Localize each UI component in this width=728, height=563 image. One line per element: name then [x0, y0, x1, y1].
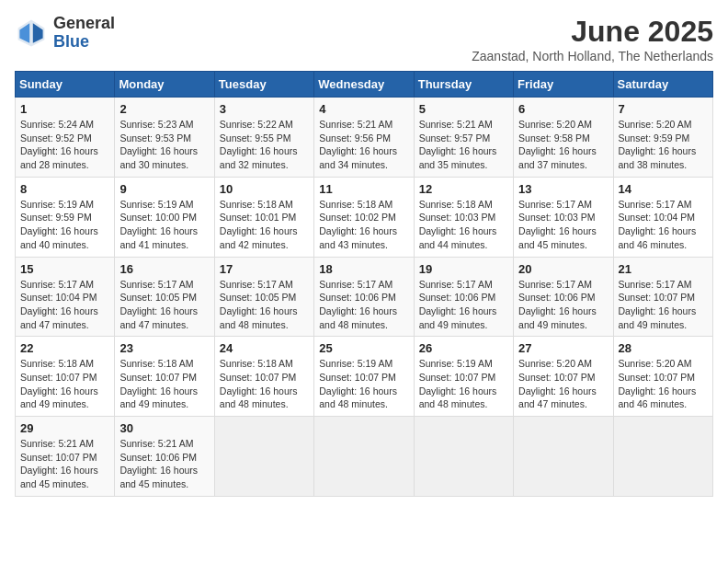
header-monday: Monday	[115, 72, 214, 98]
logo-general: General	[53, 14, 115, 32]
day-number: 11	[319, 182, 408, 196]
logo-icon	[15, 17, 48, 50]
table-row: 13Sunrise: 5:17 AMSunset: 10:03 PMDaylig…	[514, 177, 613, 257]
table-row: 1Sunrise: 5:24 AMSunset: 9:52 PMDaylight…	[16, 98, 115, 178]
day-detail: Sunrise: 5:20 AMSunset: 10:07 PMDaylight…	[518, 357, 608, 411]
day-detail: Sunrise: 5:18 AMSunset: 10:07 PMDaylight…	[20, 357, 109, 411]
calendar-week-row: 8Sunrise: 5:19 AMSunset: 9:59 PMDaylight…	[16, 177, 713, 257]
table-row: 24Sunrise: 5:18 AMSunset: 10:07 PMDaylig…	[214, 337, 313, 417]
day-detail: Sunrise: 5:18 AMSunset: 10:03 PMDaylight…	[419, 198, 508, 252]
table-row: 11Sunrise: 5:18 AMSunset: 10:02 PMDaylig…	[314, 177, 414, 257]
table-row: 4Sunrise: 5:21 AMSunset: 9:56 PMDaylight…	[314, 98, 414, 178]
day-number: 22	[20, 341, 109, 355]
logo: General Blue	[15, 15, 115, 52]
table-row: 29Sunrise: 5:21 AMSunset: 10:07 PMDaylig…	[16, 417, 115, 497]
table-row: 18Sunrise: 5:17 AMSunset: 10:06 PMDaylig…	[314, 257, 414, 337]
table-row	[613, 417, 712, 497]
day-detail: Sunrise: 5:20 AMSunset: 9:59 PMDaylight:…	[619, 118, 708, 172]
table-row: 21Sunrise: 5:17 AMSunset: 10:07 PMDaylig…	[613, 257, 712, 337]
table-row: 3Sunrise: 5:22 AMSunset: 9:55 PMDaylight…	[214, 98, 313, 178]
header-sunday: Sunday	[16, 72, 115, 98]
day-number: 2	[119, 102, 209, 116]
day-number: 27	[518, 341, 608, 355]
day-detail: Sunrise: 5:23 AMSunset: 9:53 PMDaylight:…	[119, 118, 209, 172]
day-number: 10	[220, 182, 309, 196]
day-number: 1	[20, 102, 109, 116]
day-number: 29	[20, 421, 109, 435]
day-detail: Sunrise: 5:18 AMSunset: 10:02 PMDaylight…	[319, 198, 408, 252]
day-detail: Sunrise: 5:21 AMSunset: 10:06 PMDaylight…	[119, 437, 209, 491]
day-number: 24	[220, 341, 309, 355]
calendar-week-row: 15Sunrise: 5:17 AMSunset: 10:04 PMDaylig…	[16, 257, 713, 337]
table-row: 28Sunrise: 5:20 AMSunset: 10:07 PMDaylig…	[613, 337, 712, 417]
day-detail: Sunrise: 5:19 AMSunset: 10:07 PMDaylight…	[419, 357, 508, 411]
day-number: 25	[319, 341, 408, 355]
day-number: 3	[220, 102, 309, 116]
table-row	[414, 417, 513, 497]
table-row	[314, 417, 414, 497]
day-detail: Sunrise: 5:19 AMSunset: 10:07 PMDaylight…	[319, 357, 408, 411]
day-detail: Sunrise: 5:18 AMSunset: 10:07 PMDaylight…	[220, 357, 309, 411]
table-row: 14Sunrise: 5:17 AMSunset: 10:04 PMDaylig…	[613, 177, 712, 257]
day-number: 7	[619, 102, 708, 116]
day-detail: Sunrise: 5:17 AMSunset: 10:05 PMDaylight…	[220, 278, 309, 332]
table-row: 16Sunrise: 5:17 AMSunset: 10:05 PMDaylig…	[115, 257, 214, 337]
day-number: 28	[619, 341, 708, 355]
table-row: 9Sunrise: 5:19 AMSunset: 10:00 PMDayligh…	[115, 177, 214, 257]
title-block: June 2025 Zaanstad, North Holland, The N…	[472, 15, 713, 63]
day-number: 20	[518, 262, 608, 276]
day-detail: Sunrise: 5:24 AMSunset: 9:52 PMDaylight:…	[20, 118, 109, 172]
header-tuesday: Tuesday	[214, 72, 313, 98]
day-detail: Sunrise: 5:18 AMSunset: 10:07 PMDaylight…	[119, 357, 209, 411]
day-number: 16	[119, 262, 209, 276]
table-row: 5Sunrise: 5:21 AMSunset: 9:57 PMDaylight…	[414, 98, 513, 178]
month-title: June 2025	[472, 15, 713, 49]
page-header: General Blue June 2025 Zaanstad, North H…	[15, 15, 713, 63]
day-number: 19	[419, 262, 508, 276]
calendar-week-row: 1Sunrise: 5:24 AMSunset: 9:52 PMDaylight…	[16, 98, 713, 178]
day-detail: Sunrise: 5:21 AMSunset: 9:57 PMDaylight:…	[419, 118, 508, 172]
table-row: 26Sunrise: 5:19 AMSunset: 10:07 PMDaylig…	[414, 337, 513, 417]
day-number: 9	[119, 182, 209, 196]
table-row: 17Sunrise: 5:17 AMSunset: 10:05 PMDaylig…	[214, 257, 313, 337]
header-friday: Friday	[514, 72, 613, 98]
table-row: 30Sunrise: 5:21 AMSunset: 10:06 PMDaylig…	[115, 417, 214, 497]
day-detail: Sunrise: 5:17 AMSunset: 10:06 PMDaylight…	[419, 278, 508, 332]
day-detail: Sunrise: 5:17 AMSunset: 10:04 PMDaylight…	[20, 278, 109, 332]
table-row: 15Sunrise: 5:17 AMSunset: 10:04 PMDaylig…	[16, 257, 115, 337]
table-row: 20Sunrise: 5:17 AMSunset: 10:06 PMDaylig…	[514, 257, 613, 337]
day-number: 8	[20, 182, 109, 196]
calendar-header-row: Sunday Monday Tuesday Wednesday Thursday…	[16, 72, 713, 98]
day-detail: Sunrise: 5:20 AMSunset: 10:07 PMDaylight…	[619, 357, 708, 411]
header-saturday: Saturday	[613, 72, 712, 98]
location: Zaanstad, North Holland, The Netherlands	[472, 49, 713, 63]
day-detail: Sunrise: 5:17 AMSunset: 10:05 PMDaylight…	[119, 278, 209, 332]
table-row: 25Sunrise: 5:19 AMSunset: 10:07 PMDaylig…	[314, 337, 414, 417]
day-number: 14	[619, 182, 708, 196]
day-number: 12	[419, 182, 508, 196]
day-number: 30	[119, 421, 209, 435]
table-row: 23Sunrise: 5:18 AMSunset: 10:07 PMDaylig…	[115, 337, 214, 417]
calendar-week-row: 22Sunrise: 5:18 AMSunset: 10:07 PMDaylig…	[16, 337, 713, 417]
table-row	[214, 417, 313, 497]
day-number: 6	[518, 102, 608, 116]
day-detail: Sunrise: 5:17 AMSunset: 10:04 PMDaylight…	[619, 198, 708, 252]
table-row: 22Sunrise: 5:18 AMSunset: 10:07 PMDaylig…	[16, 337, 115, 417]
table-row: 19Sunrise: 5:17 AMSunset: 10:06 PMDaylig…	[414, 257, 513, 337]
calendar-table: Sunday Monday Tuesday Wednesday Thursday…	[15, 71, 713, 497]
header-wednesday: Wednesday	[314, 72, 414, 98]
day-detail: Sunrise: 5:17 AMSunset: 10:06 PMDaylight…	[319, 278, 408, 332]
table-row: 12Sunrise: 5:18 AMSunset: 10:03 PMDaylig…	[414, 177, 513, 257]
day-detail: Sunrise: 5:20 AMSunset: 9:58 PMDaylight:…	[518, 118, 608, 172]
day-number: 13	[518, 182, 608, 196]
header-thursday: Thursday	[414, 72, 513, 98]
day-detail: Sunrise: 5:22 AMSunset: 9:55 PMDaylight:…	[220, 118, 309, 172]
table-row: 2Sunrise: 5:23 AMSunset: 9:53 PMDaylight…	[115, 98, 214, 178]
table-row: 7Sunrise: 5:20 AMSunset: 9:59 PMDaylight…	[613, 98, 712, 178]
day-detail: Sunrise: 5:19 AMSunset: 9:59 PMDaylight:…	[20, 198, 109, 252]
table-row: 27Sunrise: 5:20 AMSunset: 10:07 PMDaylig…	[514, 337, 613, 417]
table-row: 8Sunrise: 5:19 AMSunset: 9:59 PMDaylight…	[16, 177, 115, 257]
day-number: 18	[319, 262, 408, 276]
day-number: 26	[419, 341, 508, 355]
table-row: 10Sunrise: 5:18 AMSunset: 10:01 PMDaylig…	[214, 177, 313, 257]
